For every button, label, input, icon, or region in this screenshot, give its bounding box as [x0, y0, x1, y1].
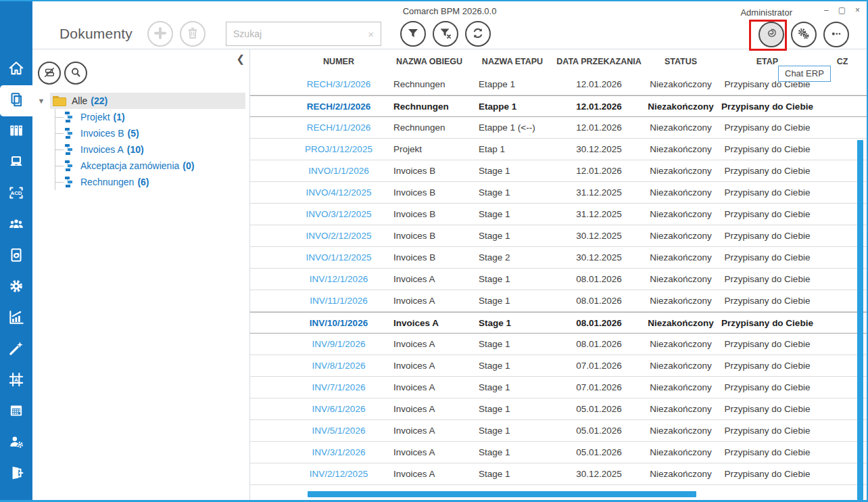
cell-numer[interactable]: INV/2/12/2025 — [291, 469, 387, 479]
column-header[interactable]: NUMER — [291, 57, 387, 66]
cell-numer[interactable]: RECH/2/1/2026 — [291, 101, 387, 112]
artboard-icon: A — [7, 371, 25, 391]
cell-numer[interactable]: INV/10/1/2026 — [291, 318, 387, 328]
table-row[interactable]: INVO/1/1/2026 Invoices B Stage 1 12.01.2… — [250, 160, 867, 182]
table-row[interactable]: INV/3/1/2026 Invoices A Stage 1 05.01.20… — [250, 442, 867, 463]
table-row[interactable]: INVO/3/12/2025 Invoices B Stage 1 31.12.… — [250, 204, 867, 225]
cell-numer[interactable]: INV/11/1/2026 — [291, 296, 387, 306]
table-row[interactable]: INV/8/1/2026 Invoices A Stage 1 07.01.20… — [250, 355, 867, 377]
column-header[interactable]: DATA PRZEKAZANIA — [553, 57, 645, 66]
minimize-button[interactable]: – — [824, 5, 829, 15]
tree-expander-icon[interactable]: ▼ — [32, 97, 50, 105]
hide-empty-workflows-button[interactable] — [38, 62, 61, 85]
cell-numer[interactable]: INVO/4/12/2025 — [291, 187, 387, 198]
sidebar-item-calendar[interactable] — [0, 396, 32, 428]
table-row[interactable]: INV/2/12/2025 Invoices A Stage 1 30.12.2… — [250, 463, 867, 485]
column-header[interactable]: ETAP — [717, 57, 818, 66]
app-window: ACD A Comarch BPM 2026.0.0 — [0, 0, 868, 502]
sidebar-item-user-settings[interactable] — [0, 428, 32, 459]
cell-data-przekazania: 30.12.2025 — [553, 144, 645, 154]
cell-numer[interactable]: INV/3/1/2026 — [291, 447, 387, 457]
calendar-icon — [7, 402, 25, 422]
table-header: NUMERNAZWA OBIEGUNAZWA ETAPUDATA PRZEKAZ… — [250, 49, 867, 74]
user-settings-icon — [7, 433, 25, 453]
column-header[interactable]: NAZWA ETAPU — [472, 57, 553, 66]
table-row[interactable]: INV/5/1/2026 Invoices A Stage 1 05.01.20… — [250, 420, 867, 442]
cell-etap: Przypisany do Ciebie — [717, 318, 818, 328]
documents-icon — [7, 91, 25, 111]
sidebar-item-logout[interactable] — [0, 459, 32, 490]
tree-item[interactable]: Projekt (1) — [55, 109, 249, 125]
sidebar-item-home[interactable] — [0, 54, 32, 85]
cell-numer[interactable]: INVO/1/12/2025 — [291, 252, 387, 263]
search-workflows-button[interactable] — [64, 62, 87, 85]
horizontal-scrollbar[interactable] — [308, 491, 696, 497]
table-row[interactable]: RECH/2/1/2026 Rechnungen Etappe 1 12.01.… — [250, 95, 867, 117]
table-row[interactable]: INVO/2/12/2025 Invoices B Stage 1 30.12.… — [250, 225, 867, 247]
collapse-panel-icon[interactable]: ❮ — [236, 53, 245, 65]
sidebar-item-acd[interactable]: ACD — [0, 179, 32, 210]
cell-data-przekazania: 30.12.2025 — [553, 231, 645, 241]
search-input[interactable] — [233, 28, 368, 39]
cell-numer[interactable]: INV/5/1/2026 — [291, 426, 387, 436]
filter-button[interactable] — [400, 21, 426, 47]
table-row[interactable]: INV/7/1/2026 Invoices A Stage 1 07.01.20… — [250, 377, 867, 398]
cell-numer[interactable]: INVO/2/12/2025 — [291, 231, 387, 241]
tree-item[interactable]: Invoices B (5) — [55, 125, 249, 141]
column-header[interactable]: NAZWA OBIEGU — [387, 57, 472, 66]
tree-root-alle[interactable]: ▼ Alle (22) — [32, 93, 249, 109]
cell-numer[interactable]: INV/8/1/2026 — [291, 361, 387, 371]
maximize-button[interactable]: ▢ — [838, 5, 846, 15]
cell-numer[interactable]: RECH/1/1/2026 — [291, 122, 387, 133]
table-row[interactable]: INV/9/1/2026 Invoices A Stage 1 08.01.20… — [250, 334, 867, 355]
clear-filter-button[interactable] — [433, 21, 458, 47]
table-row[interactable]: PROJ/1/12/2025 Projekt Etap 1 30.12.2025… — [250, 139, 867, 160]
cell-numer[interactable]: INV/6/1/2026 — [291, 404, 387, 414]
column-header[interactable]: STATUS — [645, 57, 717, 66]
cell-numer[interactable]: INV/12/1/2026 — [291, 274, 387, 284]
refresh-button[interactable] — [465, 21, 491, 47]
table-row[interactable]: INV/6/1/2026 Invoices A Stage 1 05.01.20… — [250, 398, 867, 420]
cell-nazwa-obiegu: Rechnungen — [387, 101, 472, 112]
titlebar: Comarch BPM 2026.0.0 Administrator – ▢ × — [32, 1, 867, 19]
close-button[interactable]: × — [855, 5, 860, 15]
cell-numer[interactable]: RECH/3/1/2026 — [291, 79, 387, 89]
tree-item[interactable]: Rechnungen (6) — [55, 174, 249, 190]
column-header[interactable]: CZ — [818, 57, 867, 66]
cell-numer[interactable]: INVO/3/12/2025 — [291, 209, 387, 219]
sidebar-item-wizard[interactable] — [0, 334, 32, 365]
sidebar-item-settings[interactable] — [0, 272, 32, 303]
cell-etap: Przypisany do Ciebie — [717, 404, 818, 414]
table-row[interactable]: INV/10/1/2026 Invoices A Stage 1 08.01.2… — [250, 312, 867, 334]
sidebar-item-workstation[interactable] — [0, 147, 32, 179]
vertical-scrollbar[interactable] — [857, 140, 863, 500]
filter-icon — [406, 26, 420, 42]
app-settings-button[interactable] — [791, 22, 817, 47]
add-document-button[interactable] — [147, 21, 173, 47]
cell-numer[interactable]: INVO/1/1/2026 — [291, 166, 387, 176]
sidebar-item-binders[interactable] — [0, 116, 32, 147]
more-options-button[interactable] — [823, 22, 849, 47]
table-row[interactable]: RECH/1/1/2026 Rechnungen Etappe 1 (<--) … — [250, 117, 867, 139]
delete-document-button[interactable] — [180, 21, 206, 47]
cell-numer[interactable]: INV/7/1/2026 — [291, 382, 387, 392]
table-row[interactable]: INVO/1/12/2025 Invoices B Stage 2 30.12.… — [250, 247, 867, 269]
sidebar-item-documents[interactable] — [0, 85, 32, 116]
table-row[interactable]: INV/12/1/2026 Invoices A Stage 1 08.01.2… — [250, 269, 867, 290]
cell-numer[interactable]: INV/9/1/2026 — [291, 339, 387, 349]
sidebar-item-analytics[interactable] — [0, 303, 32, 334]
cell-etap: Przypisany do Ciebie — [717, 122, 818, 133]
cell-status: Niezakończony — [645, 382, 717, 392]
sidebar-item-artboard[interactable]: A — [0, 365, 32, 396]
tree-item[interactable]: Invoices A (10) — [55, 141, 249, 158]
table-row[interactable]: INVO/4/12/2025 Invoices B Stage 1 31.12.… — [250, 182, 867, 204]
table-row[interactable]: INV/11/1/2026 Invoices A Stage 1 08.01.2… — [250, 290, 867, 312]
chat-erp-button[interactable] — [758, 22, 784, 47]
clear-search-icon[interactable]: × — [368, 28, 374, 40]
table-row[interactable]: RECH/3/1/2026 Rechnungen Etappe 1 12.01.… — [250, 74, 867, 95]
sidebar-item-document-sync[interactable] — [0, 241, 32, 272]
cell-numer[interactable]: PROJ/1/12/2025 — [291, 144, 387, 154]
sidebar-item-team[interactable] — [0, 210, 32, 241]
tree-item[interactable]: Akceptacja zamówienia (0) — [55, 158, 249, 174]
cell-status: Niezakończony — [645, 404, 717, 414]
